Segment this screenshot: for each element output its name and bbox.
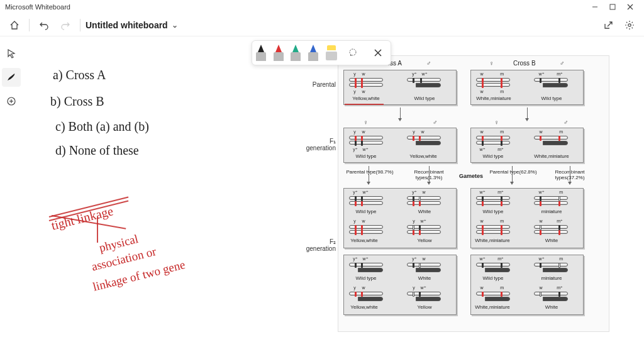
- home-button[interactable]: [5, 16, 24, 35]
- undo-button[interactable]: [35, 16, 53, 35]
- box-f2-b-top: w⁺m⁺ Wild type w⁺m miniature wm White,mi…: [470, 188, 584, 248]
- box-f1-b: wm w⁺m⁺ Wild type wm White,miniature: [470, 128, 584, 163]
- box-parental-a: yw yw Yellow,white y⁺w⁺ Wild type: [343, 70, 457, 105]
- svg-rect-1: [610, 4, 615, 9]
- lasso-tool[interactable]: [344, 44, 362, 62]
- board-title[interactable]: Untitled whiteboard ⌄: [86, 20, 178, 30]
- pen-green[interactable]: [291, 45, 301, 61]
- separator: [80, 19, 80, 31]
- handwriting-option-c: c) Both (a) and (b): [55, 119, 149, 134]
- svg-point-9: [350, 55, 352, 56]
- pen-toolbar[interactable]: [252, 40, 391, 65]
- box-f2-a-bottom: y⁺w⁺ Wild type y⁺w White yw Yellow,white…: [343, 255, 457, 315]
- left-sidebar: [0, 40, 23, 111]
- box-f1-a: yw y⁺w⁺ Wild type yw Yellow,white: [343, 128, 457, 163]
- highlighter-yellow[interactable]: [326, 45, 337, 60]
- title-bar: Microsoft Whiteboard: [0, 0, 644, 14]
- maximize-button[interactable]: [604, 0, 621, 14]
- share-button[interactable]: [599, 16, 618, 35]
- top-toolbar: Untitled whiteboard ⌄: [0, 14, 644, 36]
- minimize-button[interactable]: [586, 0, 604, 14]
- settings-button[interactable]: [620, 16, 639, 35]
- pen-blue[interactable]: [308, 45, 318, 61]
- app-title: Microsoft Whiteboard: [5, 3, 70, 11]
- pen-black[interactable]: [256, 45, 266, 61]
- box-f2-a-top: y⁺w⁺ Wild type y⁺w White yw Yellow,white…: [343, 188, 457, 248]
- red-arrow-down: [97, 218, 98, 243]
- add-tool[interactable]: [2, 92, 21, 111]
- svg-point-4: [628, 23, 631, 26]
- close-button[interactable]: [621, 0, 639, 14]
- separator: [29, 19, 30, 31]
- genetics-figure: ♀ Cross A ♂ ♀ Cross B ♂ Parental yw yw Y…: [338, 55, 609, 332]
- box-parental-b: wm wm White,miniature w⁺m⁺ Wild type: [470, 70, 584, 105]
- chevron-down-icon: ⌄: [172, 21, 178, 30]
- pen-red[interactable]: [274, 45, 284, 61]
- svg-point-8: [350, 49, 356, 55]
- close-pen-toolbar[interactable]: [369, 44, 387, 62]
- ink-tool[interactable]: [2, 68, 21, 87]
- handwriting-option-a: a) Cross A: [53, 68, 106, 82]
- redo-button[interactable]: [56, 16, 75, 35]
- handwriting-option-d: d) None of these: [55, 143, 139, 158]
- box-f2-b-bottom: w⁺m⁺ Wild type w⁺m miniature wm White,mi…: [470, 255, 584, 315]
- handwriting-option-b: b) Cross B: [50, 94, 104, 109]
- select-tool[interactable]: [2, 44, 21, 63]
